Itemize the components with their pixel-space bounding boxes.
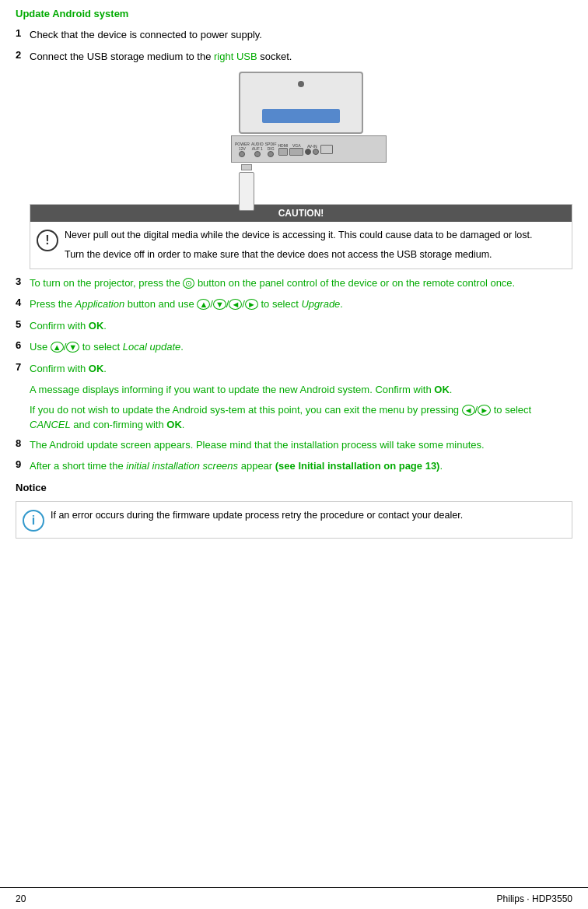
notice-section: Notice i If an error occurs during the f… xyxy=(16,482,572,539)
step-content-4: Press the Application button and use ▲/▼… xyxy=(30,297,572,312)
step-content-1: Check that the device is connected to po… xyxy=(30,27,572,43)
port-group-spdif: SPDIFDIG xyxy=(265,142,277,157)
port-usb-rect xyxy=(320,145,333,154)
step-content-3: To turn on the projector, press the ⊙ bu… xyxy=(30,276,572,291)
caution-line2: Turn the device off in order to make sur… xyxy=(65,247,533,262)
step-7-msg: A message displays informing if you want… xyxy=(16,382,572,433)
step-9-italic: initial installation screens xyxy=(126,460,238,472)
device-body-top xyxy=(239,72,363,134)
step-number-9: 9 xyxy=(16,458,30,470)
step-content-5: Confirm with OK. xyxy=(30,318,572,334)
step-9: 9 After a short time the initial install… xyxy=(16,458,572,474)
caution-line1: Never pull out the digital media while t… xyxy=(65,228,533,243)
usb-stick xyxy=(239,164,254,211)
step-4-sym3: ◄ xyxy=(229,299,242,310)
step-7-ok3: OK xyxy=(166,419,182,430)
step-number-2: 2 xyxy=(16,49,30,61)
step-7-sym1: ◄ xyxy=(462,405,475,416)
port-avin-group xyxy=(305,149,319,155)
step-3-symbol: ⊙ xyxy=(183,278,194,289)
step-number-3: 3 xyxy=(16,276,30,287)
step-number-1: 1 xyxy=(16,27,30,39)
step-2: 2 Connect the USB storage medium to the … xyxy=(16,49,572,65)
step-content-9: After a short time the initial installat… xyxy=(30,458,572,474)
port-av2 xyxy=(313,149,319,155)
caution-icon: ! xyxy=(37,230,58,251)
device-bar xyxy=(262,109,340,123)
step-number-4: 4 xyxy=(16,297,30,308)
caution-item: CAUTION! ! Never pull out the digital me… xyxy=(16,204,572,269)
step-1-text: Check that the device is connected to po… xyxy=(30,29,262,40)
step-4-symbols: ▲ xyxy=(197,299,210,310)
port-hdmi xyxy=(278,148,288,156)
step-6-italic: Local update xyxy=(123,341,180,353)
step-number-5: 5 xyxy=(16,318,30,330)
usb-stick-area xyxy=(239,164,371,211)
step-number-8: 8 xyxy=(16,437,30,449)
step-4: 4 Press the Application button and use ▲… xyxy=(16,297,572,312)
step-7: 7 Confirm with OK. xyxy=(16,361,572,377)
port-vga xyxy=(289,148,303,156)
step-4-italic2: Upgrade xyxy=(301,298,340,310)
steps-list: 1 Check that the device is connected to … xyxy=(16,27,572,474)
notice-label: Notice xyxy=(16,482,572,493)
step-7-sym2: ► xyxy=(478,405,491,416)
step-number-7: 7 xyxy=(16,361,30,373)
page-container: Update Android system 1 Check that the d… xyxy=(0,0,588,562)
port-group-vga: VGA xyxy=(289,143,303,156)
notice-text: If an error occurs during the firmware u… xyxy=(51,508,463,523)
device-image-container: POWER12V AUDIOAUF 1 SPDIFDIG HDMI xyxy=(30,72,572,196)
step-2-highlight: right USB xyxy=(214,51,257,62)
step-4-sym2: ▼ xyxy=(213,299,226,310)
step-6: 6 Use ▲/▼ to select Local update. xyxy=(16,339,572,355)
step-8: 8 The Android update screen appears. Ple… xyxy=(16,437,572,453)
step-5-ok: OK xyxy=(89,320,104,332)
port-group-avin: AV-IN xyxy=(305,144,319,155)
step-content-7: Confirm with OK. xyxy=(30,361,572,377)
footer-page-number: 20 xyxy=(16,893,26,904)
footer: 20 Philips · HDP3550 xyxy=(0,887,588,909)
step-number-6: 6 xyxy=(16,339,30,351)
step-7-ok2: OK xyxy=(434,384,450,395)
step-6-sym2: ▼ xyxy=(66,342,79,353)
device-lens xyxy=(298,81,304,87)
step-4-sym4: ► xyxy=(245,299,258,310)
step-2-text-after: socket. xyxy=(257,51,292,62)
step-7-msg1: A message displays informing if you want… xyxy=(30,382,572,398)
step-3: 3 To turn on the projector, press the ⊙ … xyxy=(16,276,572,291)
caution-text: Never pull out the digital media while t… xyxy=(65,228,533,262)
step-7-msg2: If you do not wish to update the Android… xyxy=(30,402,572,433)
device-image-item: POWER12V AUDIOAUF 1 SPDIFDIG HDMI xyxy=(16,72,572,196)
footer-product-name: Philips · HDP3550 xyxy=(497,893,572,904)
port-group-power: POWER12V xyxy=(235,142,250,157)
step-4-italic1: Application xyxy=(75,298,125,310)
notice-icon: i xyxy=(23,510,44,532)
caution-box: CAUTION! ! Never pull out the digital me… xyxy=(30,204,572,269)
caution-body: ! Never pull out the digital media while… xyxy=(30,222,572,268)
port-group-hdmi: HDMI xyxy=(278,143,288,156)
device-image: POWER12V AUDIOAUF 1 SPDIFDIG HDMI xyxy=(231,72,371,196)
step-7-ok: OK xyxy=(89,363,104,374)
step-5: 5 Confirm with OK. xyxy=(16,318,572,334)
step-content-2: Connect the USB storage medium to the ri… xyxy=(30,49,572,65)
port-audio xyxy=(254,151,261,157)
step-2-text-before: Connect the USB storage medium to the xyxy=(30,51,214,62)
section-title: Update Android system xyxy=(16,8,572,19)
notice-box: i If an error occurs during the firmware… xyxy=(16,501,572,539)
port-group-audio: AUDIOAUF 1 xyxy=(251,142,264,157)
step-content-8: The Android update screen appears. Pleas… xyxy=(30,437,572,453)
step-content-6: Use ▲/▼ to select Local update. xyxy=(30,339,572,355)
step-7-cancel: CANCEL xyxy=(30,419,71,430)
port-av1 xyxy=(305,149,311,155)
usb-body xyxy=(239,172,254,211)
port-power xyxy=(239,151,245,157)
step-6-sym1: ▲ xyxy=(51,342,64,353)
port-group-usb xyxy=(320,145,333,154)
step-9-bold: (see Initial installation on page 13) xyxy=(275,460,440,472)
step-1: 1 Check that the device is connected to … xyxy=(16,27,572,43)
device-ports-panel: POWER12V AUDIOAUF 1 SPDIFDIG HDMI xyxy=(231,135,387,163)
port-spdif xyxy=(268,151,274,157)
usb-connector xyxy=(241,164,252,170)
